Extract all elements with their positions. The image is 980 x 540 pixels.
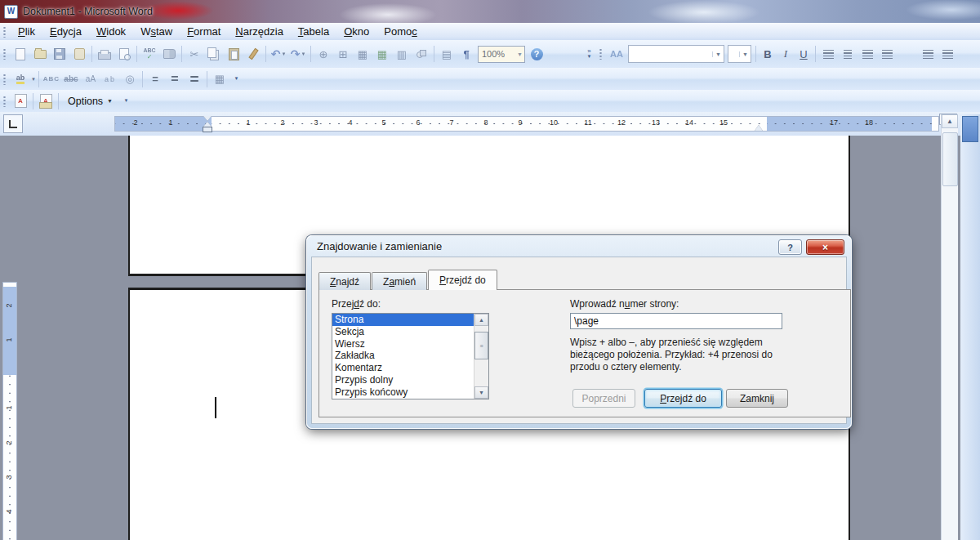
menu-item[interactable]: Plik: [11, 24, 42, 39]
bold-button[interactable]: B: [760, 46, 776, 62]
underline-button[interactable]: U: [795, 46, 812, 62]
goto-list-item[interactable]: Sekcja: [332, 326, 474, 338]
styles-icon[interactable]: AA: [608, 46, 626, 62]
goto-list-item[interactable]: Komentarz: [332, 362, 474, 374]
goto-list-item[interactable]: Przypis dolny: [332, 374, 474, 386]
bullets-icon[interactable]: [938, 46, 956, 62]
toolbar-grip-icon[interactable]: [3, 74, 6, 85]
show-hide-icon[interactable]: ¶: [457, 46, 475, 62]
title-bar[interactable]: W Dokument1 - Microsoft Word: [0, 0, 980, 24]
goto-list-item[interactable]: Przypis końcowy: [332, 386, 474, 399]
toolbar-grip-icon[interactable]: [3, 26, 6, 38]
scroll-up-icon[interactable]: ▲: [474, 314, 488, 326]
dialog-close-button[interactable]: ×: [806, 239, 844, 255]
font-name-combo[interactable]: ▼: [628, 45, 724, 63]
scrollbar-thumb[interactable]: ≡: [474, 332, 488, 359]
right-indent-marker[interactable]: [755, 125, 763, 131]
toolbar-options-chevron-icon[interactable]: ▼: [121, 92, 131, 110]
chevron-down-icon[interactable]: ▼: [712, 51, 724, 57]
single-spacing-icon[interactable]: =: [146, 71, 164, 87]
close-button[interactable]: Zamknij: [726, 389, 788, 408]
help-icon[interactable]: ?: [528, 46, 546, 62]
list-scrollbar[interactable]: ▲ ≡ ▼: [474, 314, 488, 399]
toolbar-options-chevron-icon[interactable]: ▼: [231, 70, 242, 88]
permission-icon[interactable]: [70, 46, 88, 62]
menu-item[interactable]: Okno: [336, 24, 376, 39]
cut-icon[interactable]: ✂: [185, 46, 203, 62]
double-spacing-icon[interactable]: =: [185, 71, 203, 87]
format-painter-icon[interactable]: [244, 46, 262, 62]
insert-table-icon[interactable]: ▦: [354, 46, 372, 62]
dialog-tab[interactable]: Znajdź: [318, 272, 371, 290]
align-right-icon[interactable]: [858, 46, 876, 62]
convert-pdf-email-icon[interactable]: A: [37, 93, 55, 109]
goto-list-item[interactable]: Wiersz: [332, 338, 474, 350]
indent-marker[interactable]: [203, 116, 212, 132]
menu-item[interactable]: Narzędzia: [228, 24, 291, 39]
previous-button[interactable]: Poprzedni: [572, 389, 635, 408]
columns-icon[interactable]: ▥: [393, 46, 411, 62]
chevron-down-icon[interactable]: ▼: [31, 77, 36, 82]
dialog-tab[interactable]: Zamień: [372, 272, 427, 290]
menu-item[interactable]: Edycja: [42, 24, 89, 39]
menu-item[interactable]: Wstaw: [133, 24, 180, 39]
scrollbar-thumb[interactable]: [942, 132, 958, 186]
tables-borders-icon[interactable]: ⊞: [334, 46, 352, 62]
scroll-up-icon[interactable]: ▲: [942, 114, 958, 128]
convert-to-pdf-icon[interactable]: A: [11, 93, 29, 109]
goto-list-item[interactable]: Zakładka: [332, 350, 474, 362]
ruler-number: 15: [719, 118, 728, 127]
pdf-options-button[interactable]: Options ▼: [61, 94, 119, 109]
emphasis-marks-icon[interactable]: ABC: [42, 71, 60, 87]
toolbar-grip-icon[interactable]: [3, 48, 6, 60]
font-size-combo[interactable]: ▼: [728, 45, 751, 63]
numbering-icon[interactable]: [919, 46, 937, 62]
toolbar-grip-icon[interactable]: [3, 96, 6, 107]
redo-icon[interactable]: ↷▼: [289, 46, 307, 62]
goto-button[interactable]: Przejdź do: [644, 389, 722, 408]
paste-icon[interactable]: [225, 46, 243, 62]
justify-icon[interactable]: [878, 46, 896, 62]
align-left-icon[interactable]: [819, 46, 837, 62]
new-document-icon[interactable]: [11, 46, 29, 62]
menu-item[interactable]: Pomoc: [376, 24, 424, 39]
print-icon[interactable]: [96, 46, 114, 62]
menu-item[interactable]: Tabela: [291, 24, 336, 39]
strikethrough-icon[interactable]: abc: [62, 71, 80, 87]
copy-icon[interactable]: [205, 46, 223, 62]
toolbar-options-chevron-icon[interactable]: »▼: [584, 45, 595, 63]
menu-item[interactable]: Format: [180, 24, 228, 39]
phonetic-guide-icon[interactable]: ab: [11, 71, 29, 87]
tab-selector[interactable]: [3, 114, 23, 133]
zoom-combo[interactable]: 100% ▼: [478, 46, 525, 63]
undo-icon[interactable]: ↶▼: [270, 46, 287, 62]
enclose-characters-icon[interactable]: ◎: [121, 71, 139, 87]
menu-item[interactable]: Widok: [89, 24, 133, 39]
dialog-tab[interactable]: Przejdź do: [428, 270, 497, 290]
chevron-down-icon[interactable]: ▼: [739, 51, 751, 57]
hyperlink-icon[interactable]: ⊕: [314, 46, 332, 62]
italic-button[interactable]: I: [777, 46, 794, 62]
page-number-input[interactable]: [570, 313, 782, 329]
drawing-icon[interactable]: [412, 46, 430, 62]
goto-list-item[interactable]: Strona: [332, 314, 474, 326]
insert-excel-icon[interactable]: ▦: [373, 46, 391, 62]
character-grid-icon[interactable]: ▦: [211, 71, 229, 87]
word-logo-icon: W: [4, 5, 18, 19]
spelling-icon[interactable]: ABC✓: [140, 46, 158, 62]
combine-characters-icon[interactable]: ab: [101, 71, 119, 87]
vertical-scrollbar[interactable]: ▲: [941, 114, 958, 540]
character-scale-icon[interactable]: aA: [82, 71, 100, 87]
print-preview-icon[interactable]: [115, 46, 133, 62]
dialog-title-bar[interactable]: Znajdowanie i zamienianie: [306, 235, 852, 257]
dialog-help-button[interactable]: ?: [778, 239, 802, 255]
align-center-icon[interactable]: [839, 46, 857, 62]
chevron-down-icon[interactable]: ▼: [517, 51, 524, 57]
toolbar-grip-icon[interactable]: [599, 48, 602, 60]
research-icon[interactable]: [160, 46, 178, 62]
open-icon[interactable]: [31, 46, 49, 62]
scroll-down-icon[interactable]: ▼: [474, 386, 488, 399]
one-half-spacing-icon[interactable]: =: [166, 71, 184, 87]
save-icon[interactable]: [51, 46, 69, 62]
document-map-icon[interactable]: ▤: [438, 46, 456, 62]
